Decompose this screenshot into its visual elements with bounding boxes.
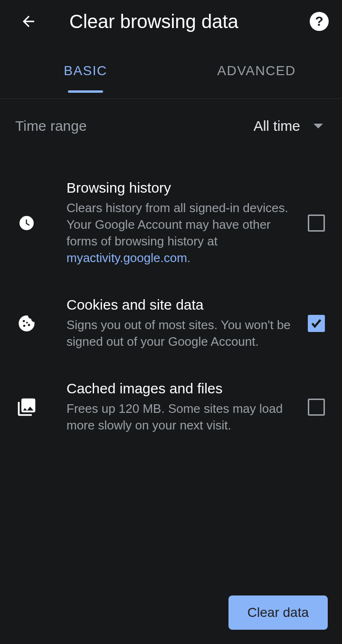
arrow-back-icon bbox=[20, 13, 37, 30]
item-title: Cookies and site data bbox=[66, 297, 298, 313]
item-body: Cookies and site data Signs you out of m… bbox=[66, 297, 308, 350]
item-body: Browsing history Clears history from all… bbox=[66, 180, 308, 266]
header: Clear browsing data ? bbox=[0, 0, 342, 43]
svg-point-1 bbox=[23, 320, 25, 322]
time-range-label: Time range bbox=[15, 118, 254, 134]
svg-point-3 bbox=[28, 324, 30, 326]
item-description: Signs you out of most sites. You won't b… bbox=[66, 317, 298, 350]
item-description: Frees up 120 MB. Some sites may load mor… bbox=[66, 400, 298, 434]
help-icon: ? bbox=[315, 14, 323, 29]
tab-advanced[interactable]: ADVANCED bbox=[171, 43, 342, 98]
clear-data-button[interactable]: Clear data bbox=[228, 595, 328, 630]
item-title: Cached images and files bbox=[66, 381, 298, 397]
image-icon bbox=[15, 397, 38, 418]
time-range-value: All time bbox=[254, 118, 314, 134]
item-cookies[interactable]: Cookies and site data Signs you out of m… bbox=[0, 282, 342, 365]
back-button[interactable] bbox=[17, 10, 40, 33]
myactivity-link[interactable]: myactivity.google.com bbox=[66, 251, 187, 265]
history-icon bbox=[15, 215, 38, 232]
page-title: Clear browsing data bbox=[40, 11, 310, 32]
checkbox-cookies[interactable] bbox=[308, 315, 325, 332]
svg-point-2 bbox=[23, 325, 26, 327]
checkbox-cached[interactable] bbox=[308, 399, 325, 416]
item-cached[interactable]: Cached images and files Frees up 120 MB.… bbox=[0, 365, 342, 449]
help-button[interactable]: ? bbox=[310, 12, 329, 31]
item-title: Browsing history bbox=[66, 180, 298, 196]
cookie-icon bbox=[15, 314, 38, 333]
item-browsing-history[interactable]: Browsing history Clears history from all… bbox=[0, 165, 342, 282]
tab-basic[interactable]: BASIC bbox=[0, 43, 171, 98]
time-range-selector[interactable]: Time range All time bbox=[0, 99, 342, 153]
item-description: Clears history from all signed-in device… bbox=[66, 200, 298, 266]
checkbox-browsing-history[interactable] bbox=[308, 215, 325, 232]
item-body: Cached images and files Frees up 120 MB.… bbox=[66, 381, 308, 434]
items-list: Browsing history Clears history from all… bbox=[0, 153, 342, 449]
svg-point-4 bbox=[26, 322, 28, 324]
chevron-down-icon bbox=[314, 124, 323, 128]
tab-bar: BASIC ADVANCED bbox=[0, 43, 342, 99]
footer: Clear data bbox=[228, 595, 328, 630]
